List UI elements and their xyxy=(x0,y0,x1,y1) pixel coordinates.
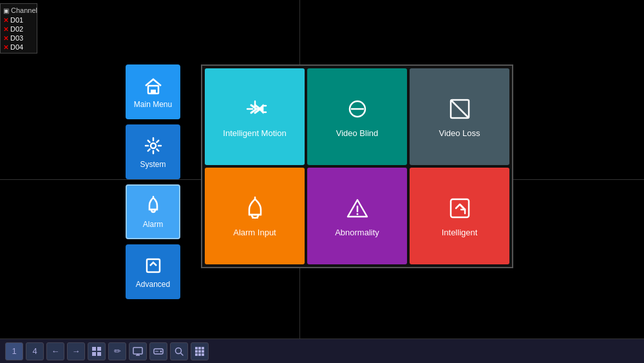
advanced-label: Advanced xyxy=(136,280,170,289)
error-icon-d03: ✕ xyxy=(3,35,8,42)
error-icon-d04: ✕ xyxy=(3,44,8,51)
toolbar-btn-layout[interactable] xyxy=(88,342,106,360)
toolbar-icon-1: 1 xyxy=(12,346,16,356)
abnormality-icon xyxy=(345,195,370,221)
svg-line-9 xyxy=(451,100,469,118)
channel-d01: ✕ D01 xyxy=(1,15,37,25)
motion-icon xyxy=(242,96,268,122)
search-icon xyxy=(174,346,184,357)
channel-d03-label: D03 xyxy=(10,34,23,42)
error-icon-d01: ✕ xyxy=(3,17,8,24)
intelligent-label: Intelligent xyxy=(442,228,478,237)
intelligent-tile[interactable]: Intelligent xyxy=(410,168,509,264)
channel-title: Channel xyxy=(1,5,37,15)
system-label: System xyxy=(140,160,166,169)
svg-rect-18 xyxy=(97,347,101,351)
bell-icon xyxy=(143,195,164,216)
svg-rect-19 xyxy=(92,352,96,356)
svg-rect-36 xyxy=(198,353,201,356)
svg-rect-21 xyxy=(133,348,142,354)
layout-icon xyxy=(91,346,102,357)
intelligent-icon xyxy=(447,195,473,221)
alarm-label: Alarm xyxy=(143,220,163,229)
toolbar-btn-back[interactable]: ← xyxy=(46,342,64,360)
video-blind-tile[interactable]: Video Blind xyxy=(307,68,407,165)
video-loss-label: Video Loss xyxy=(439,128,480,138)
svg-rect-17 xyxy=(92,347,96,351)
svg-rect-31 xyxy=(202,347,204,349)
svg-rect-37 xyxy=(202,353,204,356)
svg-rect-30 xyxy=(198,347,201,349)
toolbar-btn-grid[interactable] xyxy=(191,342,209,360)
advanced-tile[interactable]: Advanced xyxy=(126,244,180,299)
svg-rect-20 xyxy=(97,352,101,356)
svg-rect-1 xyxy=(151,90,156,93)
alarm-input-tile[interactable]: Alarm Input xyxy=(205,168,305,264)
hdd-icon xyxy=(153,347,164,356)
alarm-input-label: Alarm Input xyxy=(233,228,276,237)
svg-point-2 xyxy=(151,143,156,148)
channel-d04: ✕ D04 xyxy=(1,43,37,52)
pencil-icon: ✏ xyxy=(114,346,121,356)
svg-point-14 xyxy=(356,213,358,215)
intelligent-motion-label: Intelligent Motion xyxy=(223,128,286,138)
svg-rect-29 xyxy=(195,347,198,349)
alarm-input-icon xyxy=(242,195,268,221)
video-blind-icon xyxy=(345,96,370,122)
main-menu-label: Main Menu xyxy=(134,100,172,109)
toolbar-btn-4[interactable]: 4 xyxy=(26,342,44,360)
main-menu-tile[interactable]: Main Menu xyxy=(126,64,180,119)
alarm-tile[interactable]: Alarm xyxy=(126,184,180,239)
channel-d02-label: D02 xyxy=(10,25,23,33)
channel-d03: ✕ D03 xyxy=(1,34,37,43)
toolbar-btn-pencil[interactable]: ✏ xyxy=(108,342,126,360)
alarm-grid: Intelligent Motion Video Blind Video Los… xyxy=(201,64,513,268)
channel-d04-label: D04 xyxy=(10,43,23,51)
svg-line-28 xyxy=(181,353,184,355)
side-menu: Main Menu System Alarm Advanced xyxy=(126,64,180,299)
video-blind-label: Video Blind xyxy=(336,128,379,138)
svg-point-25 xyxy=(160,350,162,352)
abnormality-label: Abnormality xyxy=(335,228,379,237)
svg-rect-34 xyxy=(202,350,204,353)
video-loss-tile[interactable]: Video Loss xyxy=(410,68,509,165)
abnormality-tile[interactable]: Abnormality xyxy=(307,168,407,264)
toolbar-btn-hdd[interactable] xyxy=(149,342,167,360)
system-tile[interactable]: System xyxy=(126,124,180,179)
intelligent-motion-tile[interactable]: Intelligent Motion xyxy=(205,68,305,165)
channel-d01-label: D01 xyxy=(10,16,23,24)
svg-rect-32 xyxy=(195,350,198,353)
monitor-icon xyxy=(133,347,143,356)
grid-icon xyxy=(194,346,205,357)
toolbar-btn-display[interactable] xyxy=(129,342,147,360)
gear-icon xyxy=(143,135,164,156)
error-icon-d02: ✕ xyxy=(3,26,8,33)
back-icon: ← xyxy=(52,346,60,356)
svg-rect-33 xyxy=(198,350,201,353)
video-loss-icon xyxy=(447,96,473,122)
toolbar: 1 4 ← → ✏ xyxy=(0,338,644,363)
channel-d02: ✕ D02 xyxy=(1,25,37,34)
channel-sidebar: Channel ✕ D01 ✕ D02 ✕ D03 ✕ D04 xyxy=(0,3,37,54)
svg-rect-5 xyxy=(147,259,160,272)
svg-rect-15 xyxy=(451,199,469,217)
toolbar-btn-forward[interactable]: → xyxy=(67,342,85,360)
svg-rect-35 xyxy=(195,353,198,356)
advanced-icon xyxy=(143,255,164,276)
home-icon xyxy=(143,75,164,96)
toolbar-btn-1[interactable]: 1 xyxy=(5,342,23,360)
toolbar-btn-search[interactable] xyxy=(170,342,188,360)
toolbar-icon-4: 4 xyxy=(32,346,37,356)
forward-icon: → xyxy=(72,346,80,356)
